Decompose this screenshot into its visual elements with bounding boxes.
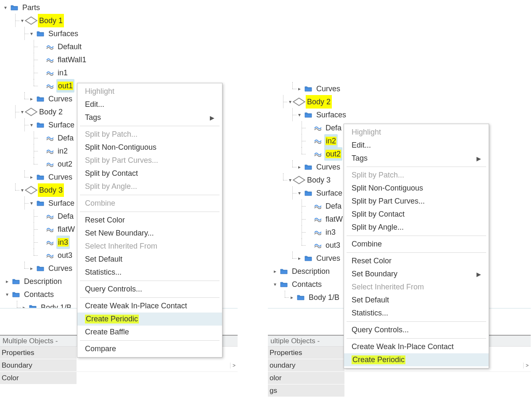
tree-label: Body 1/B	[307, 291, 341, 304]
surface-icon	[45, 134, 54, 142]
menu-set-new-boundary[interactable]: Set New Boundary...	[77, 227, 222, 240]
tree-label: Defa	[56, 209, 75, 223]
context-menu-right[interactable]: Highlight Edit... Tags▶ Split by Patch..…	[344, 124, 489, 368]
tree-label: Curves	[315, 82, 341, 95]
expand-icon[interactable]: ▸	[4, 278, 10, 284]
prop-boundary[interactable]: Boundary >	[0, 359, 238, 372]
menu-tags[interactable]: Tags▶	[344, 152, 489, 165]
menu-query-controls[interactable]: Query Controls...	[77, 283, 222, 296]
menu-set-default[interactable]: Set Default	[344, 294, 489, 307]
menu-combine[interactable]: Combine	[344, 238, 489, 251]
chevron-down-icon[interactable]: >	[230, 363, 238, 368]
tree-label: Body 2	[306, 95, 332, 109]
body-icon	[27, 16, 35, 25]
chevron-down-icon[interactable]: >	[523, 363, 531, 368]
selected-label: out1	[56, 79, 74, 93]
expand-icon[interactable]: ▸	[272, 268, 278, 274]
tree-label: Defa	[56, 131, 75, 145]
surface-icon	[45, 251, 54, 260]
menu-select-inherited: Select Inherited From	[344, 281, 489, 294]
menu-create-baffle[interactable]: Create Baffle	[77, 326, 222, 339]
tree-label: out2	[56, 157, 74, 171]
selected-label: in2	[324, 134, 338, 148]
collapse-icon[interactable]: ▾	[29, 200, 34, 206]
expand-icon[interactable]: ▸	[289, 294, 295, 300]
prop-tags[interactable]: gs	[268, 384, 531, 397]
expand-icon[interactable]: ▸	[296, 164, 302, 170]
collapse-icon[interactable]: ▾	[272, 281, 278, 287]
menu-create-periodic[interactable]: Create Periodic	[344, 353, 489, 366]
menu-edit[interactable]: Edit...	[77, 98, 222, 111]
folder-icon	[12, 277, 20, 286]
menu-statistics[interactable]: Statistics...	[344, 307, 489, 320]
selected-label: in3	[56, 236, 70, 249]
surface-icon	[45, 212, 54, 220]
menu-set-default[interactable]: Set Default	[77, 253, 222, 266]
collapse-icon[interactable]: ▾	[29, 122, 34, 128]
collapse-icon[interactable]: ▾	[296, 112, 302, 118]
prop-color[interactable]: Color	[0, 372, 238, 384]
collapse-icon[interactable]: ▾	[29, 31, 34, 37]
tree-item-body2-r[interactable]: ▾ Body 2	[270, 95, 531, 108]
menu-create-periodic[interactable]: Create Periodic	[77, 313, 222, 326]
menu-create-weak[interactable]: Create Weak In-Place Contact	[344, 340, 489, 353]
tree-label: out3	[56, 249, 74, 262]
tree-label: in1	[56, 66, 69, 79]
expand-icon[interactable]: ▸	[29, 174, 34, 180]
prop-color[interactable]: olor	[268, 372, 531, 384]
menu-query-controls[interactable]: Query Controls...	[344, 323, 489, 336]
tree-item-default[interactable]: Default	[3, 40, 263, 53]
menu-split-contact[interactable]: Split by Contact	[77, 167, 222, 180]
tree-label: Surfaces	[47, 27, 79, 40]
surface-icon	[313, 202, 322, 210]
menu-reset-color[interactable]: Reset Color	[77, 214, 222, 227]
folder-icon	[36, 199, 45, 207]
tree-label: Default	[56, 40, 83, 53]
folder-icon	[36, 264, 45, 273]
tree-label: out3	[324, 238, 341, 252]
tree-label: flatW	[324, 212, 344, 226]
expand-icon[interactable]: ▸	[29, 265, 34, 271]
selected-label: out2	[324, 147, 342, 161]
menu-reset-color[interactable]: Reset Color	[344, 254, 489, 268]
tree-item-surfaces[interactable]: ▾ Surfaces	[3, 27, 263, 40]
tree-item-body1[interactable]: ▾ Body 1	[3, 14, 263, 27]
tree-label: Body 3	[38, 183, 64, 197]
surface-icon	[313, 137, 322, 145]
folder-icon	[304, 254, 312, 262]
menu-compare[interactable]: Compare	[77, 342, 222, 355]
tree-label: Curves	[47, 170, 74, 184]
tree-item-surfaces-r[interactable]: ▾ Surfaces	[270, 108, 531, 121]
tree-label: Contacts	[291, 278, 323, 291]
folder-icon	[280, 280, 288, 289]
tree-label: Surface	[47, 118, 76, 132]
menu-tags[interactable]: Tags▶	[77, 111, 222, 124]
tree-item-in1[interactable]: in1	[3, 66, 263, 79]
tree-item-parts[interactable]: ▾ Parts	[3, 1, 263, 14]
tree-label: flatWall1	[56, 53, 87, 66]
folder-icon	[304, 111, 312, 119]
menu-statistics[interactable]: Statistics...	[77, 266, 222, 279]
menu-split-noncontig[interactable]: Split Non-Contiguous	[344, 182, 489, 195]
tree-item-curves-top[interactable]: ▸ Curves	[270, 82, 531, 95]
tree-item-flatwall1[interactable]: flatWall1	[3, 53, 263, 66]
menu-edit[interactable]: Edit...	[344, 139, 489, 152]
expand-icon[interactable]: ▸	[296, 255, 302, 261]
collapse-icon[interactable]: ▾	[3, 5, 8, 11]
collapse-icon[interactable]: ▾	[296, 190, 302, 196]
surface-icon	[313, 228, 322, 236]
context-menu-left[interactable]: Highlight Edit... Tags▶ Split by Patch..…	[77, 83, 222, 358]
expand-icon[interactable]: ▸	[296, 86, 302, 92]
expand-icon[interactable]: ▸	[29, 96, 34, 102]
menu-split-contact[interactable]: Split by Contact	[344, 208, 489, 221]
right-panel: ▸ Curves ▾ Body 2 ▾ Surfaces Defa in2	[268, 0, 531, 305]
menu-create-weak[interactable]: Create Weak In-Place Contact	[77, 299, 222, 313]
collapse-icon[interactable]: ▾	[4, 291, 10, 297]
menu-split-partcurves[interactable]: Split by Part Curves...	[344, 195, 489, 208]
tree-label: in2	[56, 144, 69, 158]
menu-split-noncontig[interactable]: Split Non-Contiguous	[77, 141, 222, 154]
menu-highlight: Highlight	[344, 126, 489, 139]
menu-split-angle[interactable]: Split by Angle...	[344, 221, 489, 234]
tree-label: Description	[23, 275, 63, 288]
menu-set-boundary[interactable]: Set Boundary▶	[344, 268, 489, 281]
